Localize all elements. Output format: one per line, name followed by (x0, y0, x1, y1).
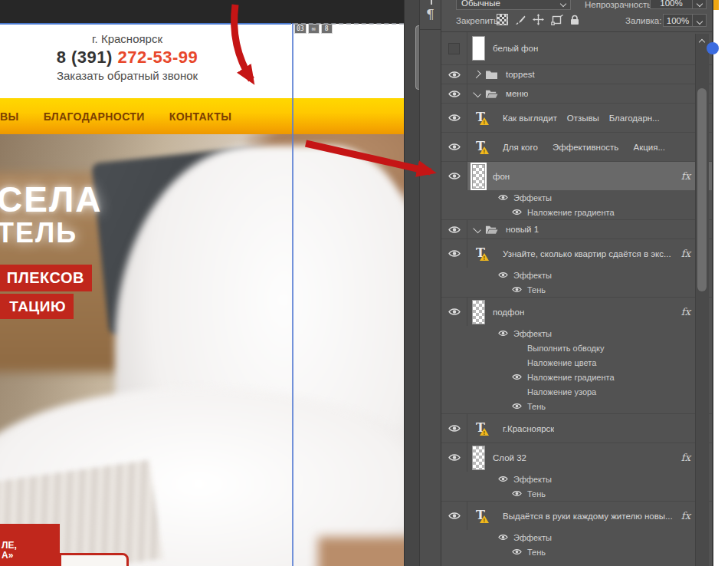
effect-row[interactable]: Наложение узора (441, 384, 712, 399)
effect-row[interactable]: Наложение градиента (441, 205, 712, 219)
lock-icon[interactable] (570, 15, 579, 25)
layer-row-content[interactable]: новый 1 (467, 220, 712, 239)
layer-row-content[interactable]: Слой 32fx (467, 443, 712, 472)
collapse-group-icon[interactable] (473, 225, 481, 234)
effect-visibility-toggle[interactable] (498, 330, 508, 337)
effect-visibility-toggle[interactable] (498, 194, 508, 201)
visibility-toggle[interactable] (441, 104, 467, 132)
layer-row-item[interactable]: T ! Как выглядит Отзывы Благодарн... (441, 103, 712, 132)
layer-row-item[interactable]: T ! Узнайте, сколько квартир сдаётся в э… (441, 239, 712, 268)
effect-row[interactable]: Эффекты (441, 190, 712, 205)
fx-badge[interactable]: fx (681, 170, 690, 182)
layer-row-content[interactable]: меню (467, 84, 712, 103)
layer-row-content[interactable]: T ! Выдаётся в руки каждому жителю новы.… (467, 502, 712, 530)
visibility-toggle[interactable] (441, 162, 467, 190)
visibility-toggle[interactable] (441, 502, 467, 530)
layer-row-item[interactable]: Слой 32fx (441, 443, 712, 472)
layer-name: Узнайте, сколько квартир сдаётся в экс..… (503, 249, 671, 258)
layer-row-content[interactable]: белый фон (467, 32, 712, 64)
eye-icon (448, 424, 461, 433)
effect-row[interactable]: Выполнить обводку (441, 341, 712, 355)
effect-name: Тень (527, 489, 546, 499)
blend-mode-select[interactable]: Обычные (456, 0, 571, 10)
effect-visibility-toggle[interactable] (498, 271, 508, 278)
effect-visibility-toggle[interactable] (512, 373, 522, 380)
layer-row-group[interactable]: новый 1 (441, 219, 712, 239)
panel-scrollbar-thumb[interactable] (697, 88, 707, 291)
effect-visibility-toggle[interactable] (512, 548, 522, 555)
layer-row-group[interactable]: toppest (441, 64, 712, 84)
effect-row[interactable]: Тень (441, 545, 712, 559)
effect-row[interactable]: Тень (441, 486, 712, 501)
layer-row-content[interactable]: фонfx (467, 162, 712, 190)
frame-icon[interactable] (551, 15, 563, 25)
layer-row-content[interactable]: toppest (467, 65, 712, 84)
eye-icon (498, 476, 508, 482)
brush-icon[interactable] (515, 15, 526, 25)
canvas-scrollbar[interactable] (404, 0, 420, 566)
opacity-dropdown[interactable] (692, 0, 707, 9)
fx-badge[interactable]: fx (681, 452, 690, 463)
effect-row[interactable]: Эффекты (441, 472, 712, 486)
layer-row-content[interactable]: T ! Узнайте, сколько квартир сдаётся в э… (467, 239, 712, 268)
effect-visibility-toggle[interactable] (498, 476, 508, 482)
collapse-group-icon[interactable] (473, 90, 481, 98)
layer-thumbnail[interactable] (472, 446, 485, 470)
layer-row-item[interactable]: белый фон (441, 32, 712, 64)
layer-row-item[interactable]: фонfx (441, 161, 712, 190)
effect-visibility-toggle[interactable] (512, 286, 522, 293)
layer-row-item[interactable]: T ! г.Красноярск (441, 413, 712, 443)
visibility-toggle[interactable] (441, 84, 467, 103)
effect-row[interactable]: Эффекты (441, 530, 712, 545)
effect-row[interactable]: Наложение цвета (441, 355, 712, 370)
paragraph-panel-icon[interactable]: ¶ (420, 6, 441, 21)
effect-row[interactable]: Эффекты (441, 268, 712, 282)
effect-row[interactable]: Тень (441, 399, 712, 413)
lock-transparency-icon[interactable] (497, 14, 508, 25)
layer-thumbnail[interactable] (472, 300, 485, 324)
layer-row-content[interactable]: T ! Для кого Эффективность Акция... (467, 133, 712, 161)
character-panel-icon[interactable] (431, 0, 432, 5)
layer-row-content[interactable]: T ! Как выглядит Отзывы Благодарн... (467, 104, 712, 132)
effect-visibility-toggle[interactable] (498, 534, 508, 541)
text-layer-icon: T ! (475, 246, 490, 262)
visibility-toggle[interactable] (441, 414, 467, 443)
fx-badge[interactable]: fx (681, 306, 690, 318)
fill-dropdown[interactable] (692, 14, 707, 27)
effect-visibility-toggle[interactable] (512, 490, 522, 497)
visibility-toggle[interactable] (441, 443, 467, 472)
layer-row-group[interactable]: меню (441, 84, 712, 103)
fx-badge[interactable]: fx (681, 510, 690, 522)
layer-row-item[interactable]: T ! Для кого Эффективность Акция... (441, 132, 712, 161)
effect-visibility-toggle[interactable] (512, 209, 522, 216)
visibility-toggle[interactable] (441, 65, 467, 84)
effect-row[interactable]: Наложение градиента (441, 370, 712, 384)
visibility-toggle[interactable] (441, 220, 467, 239)
visibility-toggle[interactable] (441, 32, 467, 64)
scroll-up-icon[interactable] (699, 39, 705, 45)
layer-row-content[interactable]: T ! г.Красноярск (467, 414, 712, 443)
layer-thumbnail[interactable] (472, 36, 485, 61)
eye-icon (498, 271, 508, 278)
menu-item-partial: ВЫ (0, 110, 19, 123)
document-canvas[interactable]: г. Красноярск 8 (391) 272-53-99 Заказать… (0, 0, 404, 566)
guide-line[interactable] (292, 23, 293, 566)
layer-row-item[interactable]: T ! Выдаётся в руки каждому жителю новы.… (441, 501, 712, 530)
visibility-toggle[interactable] (441, 298, 467, 326)
panel-scrollbar[interactable] (695, 34, 709, 566)
fx-badge[interactable]: fx (681, 248, 690, 259)
expand-group-icon[interactable] (473, 71, 481, 79)
effect-row[interactable]: Эффекты (441, 326, 712, 341)
effect-name: Тень (527, 548, 546, 557)
chevron-down-icon (696, 1, 702, 7)
fill-input[interactable]: 100% (663, 14, 693, 27)
visibility-toggle[interactable] (441, 133, 467, 161)
layer-thumbnail[interactable] (472, 164, 485, 189)
layer-row-content[interactable]: подфонfx (467, 298, 712, 326)
visibility-toggle[interactable] (441, 239, 467, 268)
opacity-input[interactable]: 100% (650, 0, 693, 9)
move-icon[interactable] (533, 14, 544, 25)
effect-row[interactable]: Тень (441, 282, 712, 297)
effect-visibility-toggle[interactable] (512, 403, 522, 410)
layer-row-item[interactable]: подфонfx (441, 297, 712, 326)
